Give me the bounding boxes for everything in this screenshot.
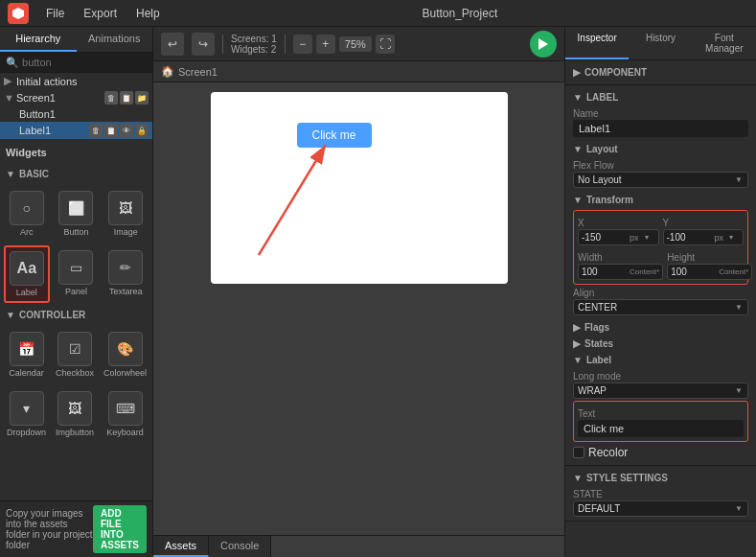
layout-section-header[interactable]: ▼ Layout (573, 141, 748, 157)
long-mode-select[interactable]: WRAP (573, 383, 748, 399)
width-unit: Content* (627, 267, 662, 276)
icon-eye[interactable]: 👁 (120, 124, 133, 137)
states-section-header[interactable]: ▶ States (573, 336, 748, 352)
state-label: STATE (573, 489, 748, 499)
menu-file[interactable]: File (38, 5, 72, 22)
undo-button[interactable]: ↩ (161, 33, 184, 56)
menu-help[interactable]: Help (128, 5, 168, 22)
icon-lock[interactable]: 🔒 (135, 124, 149, 137)
tab-font-manager[interactable]: Font Manager (693, 27, 756, 59)
flex-flow-label: Flex Flow (573, 160, 748, 171)
icon-folder[interactable]: 📁 (135, 91, 149, 104)
section-arrow: ▼ (573, 355, 583, 365)
widget-arc[interactable]: ○ Arc (4, 186, 50, 242)
tab-console[interactable]: Console (209, 536, 271, 557)
arc-icon: ○ (10, 191, 44, 225)
widget-textarea[interactable]: ✏ Textarea (103, 245, 149, 303)
recolor-row: Recolor (573, 444, 748, 461)
widget-button[interactable]: ⬜ Button (54, 186, 100, 242)
tree-item-label1[interactable]: Label1 🗑 📋 👁 🔒 (0, 122, 152, 139)
y-unit: px (712, 233, 727, 243)
transform-section-header[interactable]: ▼ Transform (573, 192, 748, 208)
state-select[interactable]: DEFAULT (573, 500, 748, 517)
canvas-button[interactable]: Click me (297, 123, 372, 148)
controller-widget-grid: 📅 Calendar ☑ Checkbox 🎨 Colorwheel ▾ Dro… (4, 327, 149, 442)
menu-export[interactable]: Export (76, 5, 125, 22)
widget-checkbox[interactable]: ☑ Checkbox (53, 327, 97, 383)
zoom-control: − + 75% ⛶ (293, 35, 395, 54)
icon-delete[interactable]: 🗑 (104, 91, 118, 104)
height-input[interactable] (668, 265, 716, 279)
widget-colorwheel[interactable]: 🎨 Colorwheel (101, 327, 149, 383)
icon-copy[interactable]: 📋 (120, 91, 133, 104)
xy-row: X px ▾ Y px ▾ (578, 215, 744, 245)
y-dropdown[interactable]: ▾ (726, 233, 736, 242)
text-value[interactable]: Click me (578, 420, 744, 437)
widget-calendar[interactable]: 📅 Calendar (4, 327, 49, 383)
height-input-group: Content* (667, 264, 752, 280)
recolor-label: Recolor (588, 446, 628, 459)
tree-label: Label1 (19, 125, 51, 136)
bottom-message: Copy your images into the assets folder … (6, 508, 93, 550)
style-settings-header[interactable]: ▼ STYLE SETTINGS (573, 470, 748, 486)
widget-dropdown[interactable]: ▾ Dropdown (4, 386, 49, 442)
label-section-header[interactable]: ▼ LABEL (573, 89, 748, 105)
component-section-header[interactable]: ▶ COMPONENT (573, 64, 748, 81)
toolbar-divider (222, 35, 223, 54)
left-panel: Hierarchy Animations ▶ Initial actions ▼… (0, 27, 153, 557)
section-controller[interactable]: ▼ CONTROLLER (4, 307, 149, 323)
zoom-minus-button[interactable]: − (293, 35, 312, 54)
checkbox-icon: ☑ (57, 332, 92, 366)
flags-section-header[interactable]: ▶ Flags (573, 319, 748, 336)
align-select[interactable]: CENTER (573, 299, 748, 315)
zoom-plus-button[interactable]: + (316, 35, 335, 54)
widget-panel[interactable]: ▭ Panel (54, 245, 100, 303)
y-input[interactable] (664, 230, 712, 244)
add-file-button[interactable]: ADD FILE INTO ASSETS (93, 505, 147, 553)
widget-image[interactable]: 🖼 Image (103, 186, 149, 242)
tab-inspector[interactable]: Inspector (565, 27, 629, 59)
search-input[interactable] (0, 53, 152, 73)
icon-delete[interactable]: 🗑 (89, 124, 103, 137)
widgets-header: Widgets (4, 143, 149, 162)
flex-flow-select[interactable]: No Layout (573, 172, 748, 188)
tab-assets[interactable]: Assets (153, 536, 209, 557)
play-button[interactable] (530, 31, 557, 58)
flex-flow-select-row: No Layout ▼ (573, 172, 748, 188)
section-arrow: ▼ (6, 169, 15, 179)
x-dropdown[interactable]: ▾ (642, 233, 652, 242)
fullscreen-button[interactable]: ⛶ (376, 35, 395, 54)
tree-icons: 🗑 📋 📁 (104, 91, 149, 104)
x-input[interactable] (579, 230, 627, 244)
section-title: LABEL (586, 92, 618, 103)
tree-item-button1[interactable]: Button1 (0, 106, 152, 122)
y-label: Y (663, 218, 745, 228)
bottom-bar: Copy your images into the assets folder … (0, 500, 152, 557)
redo-button[interactable]: ↪ (192, 33, 215, 56)
section-arrow: ▼ (6, 310, 15, 320)
section-basic[interactable]: ▼ BASIC (4, 166, 149, 182)
toolbar: ↩ ↪ Screens: 1 Widgets: 2 − + 75% ⛶ (153, 27, 564, 61)
app-title: Button_Project (172, 7, 748, 20)
tab-animations[interactable]: Animations (77, 27, 153, 52)
widget-panel-label: Panel (65, 287, 87, 296)
section-arrow: ▶ (573, 338, 581, 349)
breadcrumb: 🏠 Screen1 (153, 61, 564, 82)
section-label: BASIC (19, 169, 49, 179)
widget-imgbutton[interactable]: 🖼 Imgbutton (53, 386, 97, 442)
tree-item-screen1[interactable]: ▼ Screen1 🗑 📋 📁 (0, 89, 152, 106)
tab-hierarchy[interactable]: Hierarchy (0, 27, 77, 52)
tree-item-initial[interactable]: ▶ Initial actions (0, 73, 152, 89)
toolbar-divider2 (285, 35, 286, 54)
app-logo (8, 3, 29, 24)
width-input[interactable] (579, 265, 627, 279)
label-sub-section-header[interactable]: ▼ Label (573, 352, 748, 368)
recolor-checkbox[interactable] (573, 447, 584, 458)
height-label: Height (667, 252, 752, 263)
widget-label[interactable]: Aa Label (4, 245, 50, 303)
tab-history[interactable]: History (629, 27, 692, 59)
tree-label: Button1 (19, 108, 56, 120)
widget-keyboard[interactable]: ⌨ Keyboard (101, 386, 149, 442)
icon-copy[interactable]: 📋 (104, 124, 118, 137)
name-value[interactable]: Label1 (573, 120, 748, 137)
